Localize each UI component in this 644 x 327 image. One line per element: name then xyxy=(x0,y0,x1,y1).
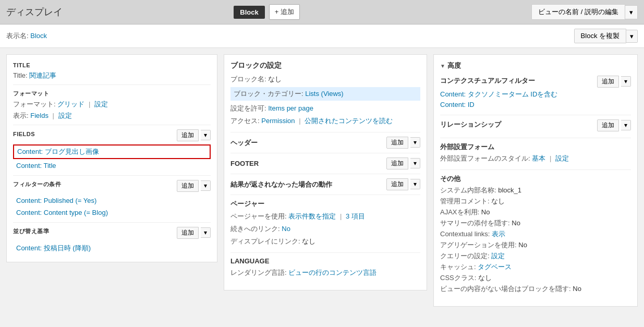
mid-divider-5 xyxy=(230,252,420,253)
hide-summary-value: No xyxy=(512,219,520,227)
sort-item-1[interactable]: Content: 投稿日時 (降順) xyxy=(13,242,211,255)
relationship-section: リレーションシップ 追加 ▾ xyxy=(440,119,631,131)
right-divider-3 xyxy=(440,169,631,170)
title-value[interactable]: 関連記事 xyxy=(29,71,56,79)
field-item-1[interactable]: Content: ブログ見出し画像 xyxy=(13,144,211,159)
access-pipe: | xyxy=(299,117,302,125)
filter-section-label: フィルターの条件 xyxy=(13,180,61,188)
block-settings: ブロックの設定 ブロック名: なし ブロック・カテゴリー: Lists (Vie… xyxy=(230,61,420,126)
display-link-row: ディスプレイにリンク: なし xyxy=(230,237,420,246)
format-link2[interactable]: 設定 xyxy=(94,100,108,108)
contextual-link-1[interactable]: Content: タクソノミーターム IDを含む xyxy=(440,90,557,98)
language-title: LANGUAGE xyxy=(230,257,420,265)
display-link-label: ディスプレイにリンク: xyxy=(230,237,300,245)
sort-add-arrow[interactable]: ▾ xyxy=(201,227,211,238)
field-item-2[interactable]: Content: Title xyxy=(13,160,211,171)
external-form-style-label: 外部設置フォームのスタイル: xyxy=(440,154,530,162)
external-form-link2[interactable]: 設定 xyxy=(555,154,569,162)
mid-divider-1 xyxy=(230,132,420,132)
display-name-label: 表示名: xyxy=(6,32,29,40)
filter-item-1[interactable]: Content: Published (= Yes) xyxy=(13,195,211,206)
edit-view-button[interactable]: ビューの名前 / 説明の編集 xyxy=(531,4,625,20)
edit-view-dropdown[interactable]: ▾ xyxy=(625,5,638,19)
contextual-item-1[interactable]: Content: タクソノミーターム IDを含む xyxy=(440,90,631,99)
pager-items[interactable]: 3 項目 xyxy=(346,212,365,220)
block-category-value[interactable]: Lists (Views) xyxy=(305,90,343,98)
hide-block-label: ビューの内容がない場合はブロックを隠す: xyxy=(440,285,571,293)
css-value: なし xyxy=(478,274,492,282)
external-form-title: 外部設置フォーム xyxy=(440,142,631,152)
relationship-add-group: 追加 ▾ xyxy=(597,119,631,131)
query-value[interactable]: 設定 xyxy=(491,252,505,260)
query-row: クエリーの設定: 設定 xyxy=(440,251,631,261)
access-label: アクセス: xyxy=(230,117,260,125)
next-link-value[interactable]: No xyxy=(282,225,290,233)
fields-add-arrow[interactable]: ▾ xyxy=(201,130,211,140)
relationship-header: リレーションシップ 追加 ▾ xyxy=(440,119,631,131)
block-category-row: ブロック・カテゴリー: Lists (Views) xyxy=(230,87,420,101)
advanced-header: ▼ 高度 xyxy=(440,61,631,70)
sort-link-1[interactable]: Content: 投稿日時 (降順) xyxy=(16,244,91,252)
sort-add-button[interactable]: 追加 xyxy=(177,227,199,239)
next-link-label: 続きへのリンク: xyxy=(230,225,280,233)
format-label: フォーマット: xyxy=(13,100,56,108)
contextual-link-2[interactable]: Content: ID xyxy=(440,101,475,108)
contextual-item-2[interactable]: Content: ID xyxy=(440,101,631,108)
header-add-button[interactable]: 追加 xyxy=(386,137,408,149)
pager-use-value[interactable]: 表示件数を指定 xyxy=(288,212,336,220)
copy-button[interactable]: Block を複製 xyxy=(574,29,626,43)
contextual-add-arrow[interactable]: ▾ xyxy=(621,76,631,87)
advanced-title: 高度 xyxy=(447,61,461,70)
footer-add-arrow[interactable]: ▾ xyxy=(410,158,420,168)
aggregation-row: アグリゲーションを使用: No xyxy=(440,240,631,250)
language-value[interactable]: ビューの行のコンテンツ言語 xyxy=(288,269,376,276)
block-button[interactable]: Block xyxy=(234,6,264,19)
contextual-links-value[interactable]: 表示 xyxy=(492,230,505,238)
ajax-row: AJAXを利用: No xyxy=(440,208,631,217)
fields-add-button[interactable]: 追加 xyxy=(177,129,199,141)
middle-column: ブロックの設定 ブロック名: なし ブロック・カテゴリー: Lists (Vie… xyxy=(224,54,427,290)
relationship-add-arrow[interactable]: ▾ xyxy=(621,120,631,130)
no-result-add-button[interactable]: 追加 xyxy=(386,178,408,190)
display-name-value[interactable]: Block xyxy=(30,32,47,40)
external-form-link1[interactable]: 基本 xyxy=(532,154,545,162)
system-name-label: システム内部名称: xyxy=(440,186,496,194)
header-add-arrow[interactable]: ▾ xyxy=(410,137,420,148)
filter-item-2[interactable]: Content: Content type (= Blog) xyxy=(13,207,211,218)
fields-header: FIELDS 追加 ▾ xyxy=(13,129,211,141)
hide-summary-row: サマリーの添付を隠す: No xyxy=(440,219,631,228)
access-row: アクセス: Permission | 公開されたコンテンツを読む xyxy=(230,116,420,126)
divider-3 xyxy=(13,175,211,176)
field-link-2[interactable]: Content: Title xyxy=(16,162,56,169)
right-divider-1 xyxy=(440,115,631,115)
format-section-header: フォーマット xyxy=(13,89,211,98)
filter-link-2[interactable]: Content: Content type (= Blog) xyxy=(16,209,108,216)
settings-allow-value[interactable]: Items per page xyxy=(268,104,313,112)
settings-allow-row: 設定を許可: Items per page xyxy=(230,104,420,113)
pager-use-label: ページャーを使用: xyxy=(230,212,287,220)
format-link1[interactable]: グリッド xyxy=(57,100,84,108)
external-form-style-row: 外部設置フォームのスタイル: 基本 | 設定 xyxy=(440,154,631,163)
relationship-add-button[interactable]: 追加 xyxy=(597,119,619,131)
no-result-title: 結果が返されなかった場合の動作 xyxy=(230,180,332,189)
block-name-row: ブロック名: なし xyxy=(230,75,420,84)
no-result-add-arrow[interactable]: ▾ xyxy=(410,179,420,189)
copy-dropdown[interactable]: ▾ xyxy=(626,30,638,43)
footer-add-button[interactable]: 追加 xyxy=(386,158,408,169)
cache-value[interactable]: タグベース xyxy=(478,263,512,271)
filter-add-button[interactable]: 追加 xyxy=(177,180,199,192)
filter-add-arrow[interactable]: ▾ xyxy=(201,180,211,191)
language-row: レンダリング言語: ビューの行のコンテンツ言語 xyxy=(230,268,420,277)
display-link2[interactable]: 設定 xyxy=(58,112,72,119)
field-link-1[interactable]: Content: ブログ見出し画像 xyxy=(17,148,99,155)
add-button[interactable]: + 追加 xyxy=(269,4,300,20)
contextual-add-group: 追加 ▾ xyxy=(597,76,631,88)
access-value1[interactable]: Permission xyxy=(261,117,295,125)
other-title: その他 xyxy=(440,174,631,184)
contextual-add-button[interactable]: 追加 xyxy=(597,76,619,88)
access-value2[interactable]: 公開されたコンテンツを読む xyxy=(305,117,393,125)
divider-2 xyxy=(13,125,211,125)
filter-link-1[interactable]: Content: Published (= Yes) xyxy=(16,197,96,204)
display-link1[interactable]: Fields xyxy=(30,112,48,119)
top-bar: ディスプレイ Block + 追加 ビューの名前 / 説明の編集 ▾ xyxy=(0,0,644,25)
